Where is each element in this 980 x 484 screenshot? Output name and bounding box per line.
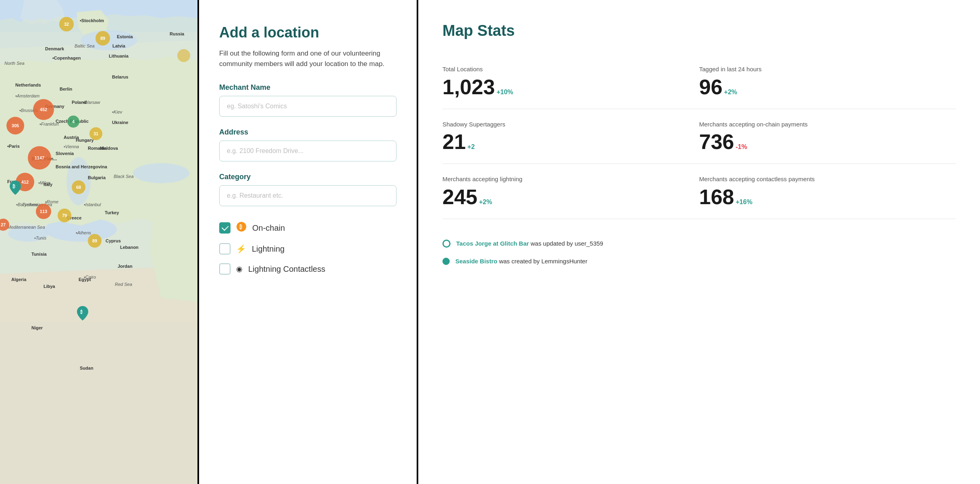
map-bubble-79[interactable]: 79 (58, 209, 71, 222)
stats-title: Map Stats (442, 22, 956, 39)
stat-lightning-desc: Merchants accepting lightning (442, 175, 699, 183)
onchain-label: On-chain (252, 223, 285, 233)
lightning-contactless-label: Lightning Contactless (248, 265, 325, 274)
map-bubble-32[interactable]: 32 (59, 17, 74, 31)
map-bubble-89-estonia[interactable]: 89 (96, 31, 110, 46)
stat-shadowy-desc: Shadowy Supertaggers (442, 120, 699, 128)
map-pin-bitcoin-2[interactable]: ₿ (10, 180, 21, 196)
stat-onchain-merchants: Merchants accepting on-chain payments 73… (699, 120, 956, 153)
lightning-contactless-option[interactable]: ◉ Lightning Contactless (219, 263, 397, 275)
category-label: Category (219, 173, 397, 181)
map-bubble-ne[interactable] (177, 49, 190, 62)
stat-tagged-24h-value: 96+2% (699, 77, 956, 97)
stat-onchain-merchants-desc: Merchants accepting on-chain payments (699, 120, 956, 128)
activity-section: Tacos Jorge at Glitch Bar was updated by… (442, 231, 956, 266)
activity-text-2: Seaside Bistro was created by LemmingsHu… (455, 257, 588, 266)
stat-total-locations-badge: +10% (496, 89, 513, 95)
activity-link-1[interactable]: Tacos Jorge at Glitch Bar (456, 240, 529, 247)
stat-onchain-merchants-value: 736-1% (699, 131, 956, 152)
stat-shadowy-badge: +2 (467, 143, 475, 150)
stat-tagged-24h-badge: +2% (724, 89, 737, 95)
onchain-option[interactable]: ₿ On-chain (219, 221, 397, 234)
svg-text:₿: ₿ (12, 184, 15, 189)
map-bubble-113[interactable]: 113 (36, 204, 51, 219)
map-bubble-4[interactable]: 4 (67, 116, 79, 128)
category-input[interactable] (219, 185, 397, 206)
stat-total-locations: Total Locations 1,023+10% (442, 65, 699, 97)
stat-lightning-badge: +2% (479, 199, 492, 205)
address-label: Address (219, 128, 397, 137)
activity-link-2[interactable]: Seaside Bistro (455, 258, 497, 265)
stat-tagged-24h-desc: Tagged in last 24 hours (699, 65, 956, 73)
lightning-option[interactable]: ⚡ Lightning (219, 243, 397, 254)
activity-item-1: Tacos Jorge at Glitch Bar was updated by… (442, 239, 956, 248)
activity-item-2: Seaside Bistro was created by LemmingsHu… (442, 257, 956, 266)
lightning-contactless-checkbox[interactable] (219, 263, 230, 275)
address-input[interactable] (219, 141, 397, 161)
svg-point-4 (8, 225, 48, 242)
stat-lightning-value: 245+2% (442, 186, 699, 207)
stat-shadowy: Shadowy Supertaggers 21+2 (442, 120, 699, 153)
svg-point-6 (133, 163, 189, 183)
stat-contactless: Merchants accepting contactless payments… (699, 175, 956, 207)
stat-total-locations-desc: Total Locations (442, 65, 699, 73)
map-bubble-31[interactable]: 31 (89, 127, 102, 140)
stat-total-locations-value: 1,023+10% (442, 77, 699, 97)
stat-shadowy-value: 21+2 (442, 131, 699, 152)
lightning-label: Lightning (252, 244, 284, 254)
map-panel: Mediterranean Sea North Sea Baltic Sea R… (0, 0, 197, 484)
stat-lightning: Merchants accepting lightning 245+2% (442, 175, 699, 207)
activity-text-1: Tacos Jorge at Glitch Bar was updated by… (456, 239, 603, 248)
stat-contactless-desc: Merchants accepting contactless payments (699, 175, 956, 183)
stat-contactless-badge: +16% (736, 199, 752, 205)
stats-panel: Map Stats Total Locations 1,023+10% Tagg… (418, 0, 980, 484)
map-bubble-452[interactable]: 452 (33, 99, 54, 120)
payment-options: ₿ On-chain ⚡ Lightning ◉ Lightning Conta… (219, 221, 397, 275)
bitcoin-icon: ₿ (236, 221, 247, 234)
map-bubble-305[interactable]: 305 (6, 117, 24, 134)
activity-dot-icon-2 (442, 258, 450, 265)
stat-contactless-value: 168+16% (699, 186, 956, 207)
stats-row-2: Shadowy Supertaggers 21+2 Merchants acce… (442, 109, 956, 164)
contactless-icon: ◉ (236, 265, 243, 273)
form-subtitle: Fill out the following form and one of o… (219, 48, 397, 69)
map-pin-bitcoin-1[interactable]: ₿ (77, 306, 88, 322)
form-title: Add a location (219, 24, 397, 41)
onchain-checkbox[interactable] (219, 222, 230, 234)
stat-tagged-24h: Tagged in last 24 hours 96+2% (699, 65, 956, 97)
lightning-checkbox[interactable] (219, 243, 230, 254)
svg-text:₿: ₿ (239, 224, 242, 230)
map-bubble-1147[interactable]: 1147 (28, 146, 51, 170)
map-bubble-89-cyprus[interactable]: 89 (88, 234, 102, 248)
form-panel: Add a location Fill out the following fo… (199, 0, 417, 484)
lightning-icon: ⚡ (236, 244, 246, 254)
stats-row-3: Merchants accepting lightning 245+2% Mer… (442, 164, 956, 219)
stat-onchain-merchants-badge: -1% (736, 143, 747, 150)
merchant-name-input[interactable] (219, 96, 397, 117)
activity-ring-icon-1 (442, 240, 451, 248)
merchant-name-label: Mechant Name (219, 83, 397, 92)
stats-row-1: Total Locations 1,023+10% Tagged in last… (442, 54, 956, 109)
svg-text:₿: ₿ (80, 310, 83, 314)
map-bubble-68[interactable]: 68 (72, 180, 85, 194)
